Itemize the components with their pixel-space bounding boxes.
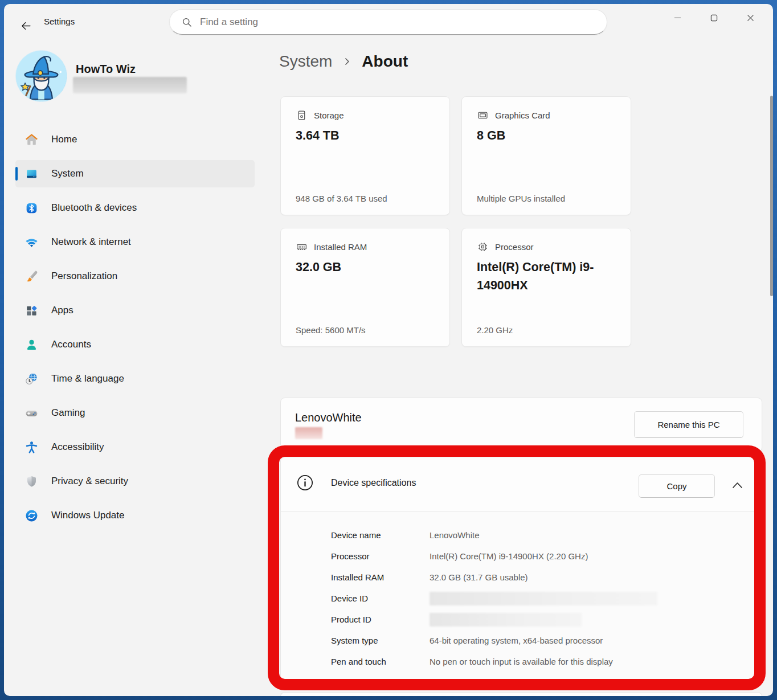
spec-value: No pen or touch input is available for t… (430, 657, 613, 666)
rename-pc-button[interactable]: Rename this PC (634, 411, 743, 438)
system-icon (24, 167, 39, 181)
card-footer: Multiple GPUs installed (477, 194, 565, 203)
back-arrow-icon (20, 20, 32, 32)
processor-card: Processor Intel(R) Core(TM) i9-14900HX 2… (461, 228, 631, 347)
device-name: LenovoWhite (295, 411, 362, 424)
spec-row-installed-ram: Installed RAM 32.0 GB (31.7 GB usable) (331, 567, 741, 588)
accounts-icon (24, 338, 39, 352)
breadcrumb: System About (279, 52, 408, 71)
spec-row-device-name: Device name LenovoWhite (331, 525, 741, 546)
storage-card: Storage 3.64 TB 948 GB of 3.64 TB used (280, 96, 450, 215)
card-value: 32.0 GB (296, 258, 438, 276)
sidebar-item-label: Network & internet (51, 236, 131, 248)
device-specifications-card: Device specifications Copy Device name L… (280, 457, 762, 681)
sidebar-item-label: Personalization (51, 271, 117, 282)
sidebar-item-label: Accessibility (51, 441, 104, 453)
storage-icon (296, 109, 308, 121)
app-title: Settings (44, 17, 75, 26)
device-specifications-header[interactable]: Device specifications Copy (281, 457, 762, 511)
sidebar-item-label: Time & language (51, 373, 124, 384)
settings-window: Settings (4, 4, 773, 696)
graphics-card-card: Graphics Card 8 GB Multiple GPUs install… (461, 96, 631, 215)
sidebar-item-label: Privacy & security (51, 476, 128, 487)
spec-value: Intel(R) Core(TM) i9-14900HX (2.20 GHz) (430, 551, 588, 561)
spec-row-pen-and-touch: Pen and touch No pen or touch input is a… (331, 651, 741, 672)
card-footer: Speed: 5600 MT/s (296, 325, 366, 335)
spec-value: 32.0 GB (31.7 GB usable) (430, 572, 528, 582)
spec-row-device-id: Device ID (331, 588, 741, 609)
user-name: HowTo Wiz (76, 63, 136, 76)
breadcrumb-parent[interactable]: System (279, 52, 332, 71)
sidebar-item-bluetooth-devices[interactable]: Bluetooth & devices (15, 194, 255, 222)
spec-row-product-id: Product ID (331, 609, 741, 630)
next-expander-card-partial (280, 692, 762, 696)
spec-label: Device name (331, 530, 430, 540)
sidebar-item-time-language[interactable]: Time & language (15, 365, 255, 392)
chevron-up-icon[interactable] (732, 481, 743, 489)
time-language-icon (24, 372, 39, 386)
personalization-icon (24, 269, 39, 284)
ram-icon (296, 241, 308, 253)
spec-label: Installed RAM (331, 572, 430, 582)
back-button[interactable] (15, 15, 36, 36)
card-footer: 948 GB of 3.64 TB used (296, 194, 387, 203)
maximize-button[interactable] (696, 4, 732, 31)
chevron-right-icon (341, 56, 353, 67)
sidebar-item-label: Home (51, 134, 77, 145)
sidebar-item-accounts[interactable]: Accounts (15, 331, 255, 358)
sidebar-item-accessibility[interactable]: Accessibility (15, 433, 255, 461)
card-label: Installed RAM (314, 242, 367, 252)
scrollbar-thumb[interactable] (770, 96, 773, 296)
minimize-icon (672, 13, 683, 23)
desktop-background: Settings (0, 0, 777, 700)
windows-update-icon (24, 509, 39, 523)
card-label: Graphics Card (495, 110, 550, 120)
spec-row-system-type: System type 64-bit operating system, x64… (331, 630, 741, 651)
sidebar-item-apps[interactable]: Apps (15, 297, 255, 324)
apps-icon (24, 304, 39, 318)
sidebar-item-personalization[interactable]: Personalization (15, 263, 255, 290)
search-input[interactable] (200, 17, 565, 28)
sidebar-item-label: Apps (51, 305, 73, 316)
sidebar-item-label: System (51, 168, 84, 179)
spec-value: LenovoWhite (430, 530, 480, 540)
close-icon (745, 13, 756, 23)
copy-button[interactable]: Copy (639, 474, 715, 498)
privacy-shield-icon (24, 474, 39, 489)
minimize-button[interactable] (659, 4, 696, 31)
sidebar-item-privacy-security[interactable]: Privacy & security (15, 468, 255, 495)
graphics-card-icon (477, 109, 489, 121)
close-button[interactable] (732, 4, 768, 31)
search-icon (181, 17, 193, 28)
sidebar-item-label: Accounts (51, 339, 91, 350)
redacted-user-email (73, 77, 187, 93)
card-value: 3.64 TB (296, 126, 438, 145)
accessibility-icon (24, 440, 39, 455)
redacted-device-subtitle (295, 427, 322, 439)
device-specifications-table: Device name LenovoWhite Processor Intel(… (331, 525, 741, 672)
spec-label: System type (331, 636, 430, 645)
window-controls (659, 4, 768, 34)
spec-label: Device ID (331, 593, 430, 603)
spec-label: Pen and touch (331, 657, 430, 666)
gaming-icon (24, 406, 39, 420)
info-icon (297, 474, 313, 491)
sidebar-item-gaming[interactable]: Gaming (15, 399, 255, 427)
wizard-avatar-image (16, 51, 67, 101)
sidebar-item-network-internet[interactable]: Network & internet (15, 228, 255, 256)
sidebar-item-system[interactable]: System (15, 160, 255, 187)
card-label: Processor (495, 242, 534, 252)
network-icon (24, 235, 39, 249)
card-value: 8 GB (477, 126, 619, 145)
sidebar-item-windows-update[interactable]: Windows Update (15, 502, 255, 529)
sidebar-item-home[interactable]: Home (15, 126, 255, 153)
search-box[interactable] (169, 9, 607, 35)
bluetooth-icon (24, 201, 39, 215)
spec-label: Processor (331, 551, 430, 561)
sidebar-item-label: Gaming (51, 407, 85, 419)
avatar[interactable] (15, 50, 67, 102)
redacted-product-id-value (430, 613, 582, 627)
card-footer: 2.20 GHz (477, 325, 513, 335)
installed-ram-card: Installed RAM 32.0 GB Speed: 5600 MT/s (280, 228, 450, 347)
device-name-card: LenovoWhite Rename this PC (280, 398, 762, 452)
